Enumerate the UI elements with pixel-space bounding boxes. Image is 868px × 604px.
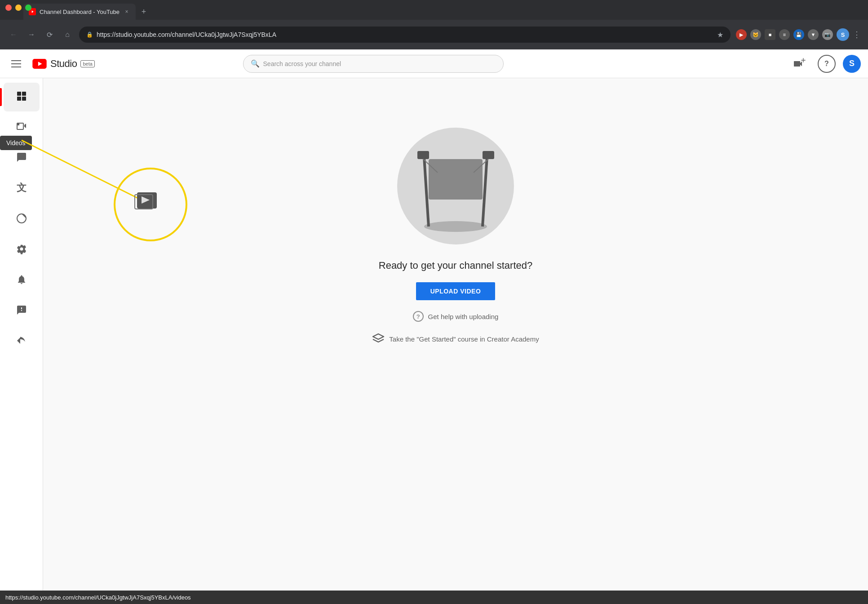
ext-icon-1[interactable]: ▶ (736, 29, 747, 40)
header-right: ? S (793, 55, 861, 73)
ext-icon-3[interactable]: ■ (765, 29, 775, 40)
svg-rect-6 (17, 97, 21, 101)
svg-rect-17 (483, 151, 494, 159)
tab-bar: Channel Dashboard - YouTube × + (0, 0, 868, 20)
svg-rect-7 (22, 97, 26, 101)
main-area: 文 (0, 78, 868, 604)
svg-rect-5 (22, 92, 26, 96)
yt-header: Studio beta 🔍 Search across your channel… (0, 49, 868, 78)
reload-btn[interactable]: ⟳ (43, 28, 56, 41)
sidebar-item-alerts[interactable] (4, 266, 40, 295)
address-text: https://studio.youtube.com/channel/UCka0… (97, 31, 713, 38)
tab-title: Channel Dashboard - YouTube (40, 9, 120, 15)
maximize-window-btn[interactable] (25, 4, 31, 11)
studio-text: Studio (50, 58, 77, 70)
help-upload-icon: ? (413, 311, 424, 322)
tab-close-btn[interactable]: × (123, 8, 130, 15)
upload-video-btn[interactable]: UPLOAD VIDEO (416, 282, 496, 300)
active-tab[interactable]: Channel Dashboard - YouTube × (23, 4, 136, 20)
sidebar: 文 (0, 78, 43, 604)
status-bar: https://studio.youtube.com/channel/UCka0… (0, 591, 868, 604)
help-upload-text: Get help with uploading (428, 313, 499, 320)
sidebar-item-analytics[interactable] (4, 205, 40, 234)
back-btn[interactable]: ← (7, 28, 20, 41)
minimize-window-btn[interactable] (15, 4, 22, 11)
ext-icon-2[interactable]: 🐱 (750, 29, 761, 40)
forward-btn[interactable]: → (25, 28, 38, 41)
ext-icon-5[interactable]: 💾 (793, 29, 804, 40)
help-upload-link[interactable]: ? Get help with uploading (413, 311, 499, 322)
creator-academy-text: Take the "Get Started" course in Creator… (389, 335, 539, 343)
chrome-menu-btn[interactable]: ⋮ (853, 30, 861, 40)
sidebar-item-feedback[interactable] (4, 297, 40, 325)
status-bar-url: https://studio.youtube.com/channel/UCka0… (5, 594, 191, 601)
svg-point-12 (424, 221, 487, 232)
empty-state-title: Ready to get your channel started? (379, 260, 532, 271)
studio-illustration (393, 123, 518, 249)
create-video-btn[interactable] (793, 55, 810, 73)
address-input[interactable]: 🔒 https://studio.youtube.com/channel/UCk… (79, 27, 731, 43)
ext-icon-4[interactable]: ≡ (779, 29, 790, 40)
search-bar[interactable]: 🔍 Search across your channel (243, 55, 504, 73)
home-btn[interactable]: ⌂ (61, 28, 74, 41)
new-tab-btn[interactable]: + (137, 5, 150, 18)
youtube-studio-app: Studio beta 🔍 Search across your channel… (0, 49, 868, 604)
user-avatar[interactable]: S (843, 55, 861, 73)
svg-rect-4 (17, 92, 21, 96)
sidebar-item-settings[interactable] (4, 235, 40, 264)
browser-extensions: ▶ 🐱 ■ ≡ 💾 ▼ 📷 S ⋮ (736, 28, 861, 41)
sidebar-item-subtitles[interactable]: 文 (4, 174, 40, 203)
ext-icon-6[interactable]: ▼ (808, 29, 819, 40)
address-bar: ← → ⟳ ⌂ 🔒 https://studio.youtube.com/cha… (0, 20, 868, 49)
creator-academy-link[interactable]: Take the "Get Started" course in Creator… (372, 333, 539, 345)
empty-state: Ready to get your channel started? UPLOA… (372, 123, 539, 345)
ext-icon-7[interactable]: 📷 (822, 29, 833, 40)
svg-rect-9 (18, 124, 19, 125)
svg-rect-13 (429, 159, 483, 200)
chrome-user-avatar[interactable]: S (837, 28, 849, 41)
sidebar-item-send[interactable] (4, 327, 40, 356)
search-placeholder-text: Search across your channel (263, 60, 341, 67)
videos-tooltip: Videos (0, 136, 32, 150)
sidebar-item-dashboard[interactable] (4, 83, 40, 111)
beta-badge: beta (80, 60, 94, 67)
help-btn[interactable]: ? (818, 55, 836, 73)
svg-rect-16 (417, 151, 429, 159)
hamburger-menu-btn[interactable] (7, 55, 25, 73)
yt-studio-logo: Studio beta (32, 58, 95, 70)
creator-academy-icon (372, 333, 385, 345)
lock-icon: 🔒 (86, 31, 93, 38)
content-area: Ready to get your channel started? UPLOA… (43, 78, 868, 604)
youtube-logo-icon (32, 59, 47, 69)
browser-chrome: Channel Dashboard - YouTube × + ← → ⟳ ⌂ … (0, 0, 868, 49)
close-window-btn[interactable] (5, 4, 12, 11)
bookmark-icon[interactable]: ★ (717, 31, 723, 39)
search-icon: 🔍 (251, 59, 260, 68)
window-controls (5, 4, 31, 11)
